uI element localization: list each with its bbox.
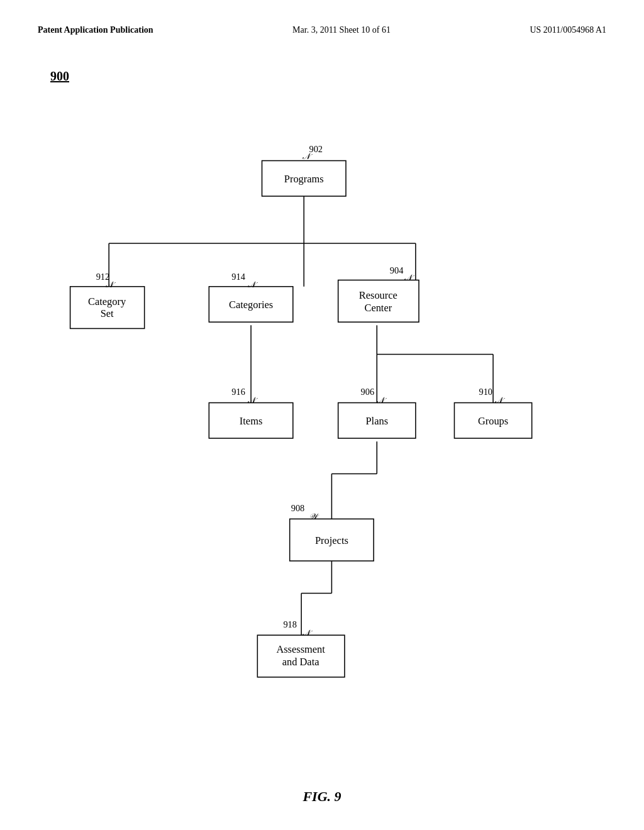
fig-label: FIG. 9 [303,788,341,805]
assessment-label2: and Data [282,656,319,668]
categories-label: Categories [229,299,273,311]
header-center: Mar. 3, 2011 Sheet 10 of 61 [292,25,391,35]
910-label: 910 [479,387,492,397]
items-label: Items [240,415,262,427]
902-label: 902 [309,144,323,154]
908-label: 908 [291,503,305,513]
plans-label: Plans [365,415,388,427]
diagram-svg: Programs 902 𝒩 Category Set 912 𝒩 Catego… [31,75,613,704]
resource-center-label1: Resource [359,289,397,301]
904-label: 904 [390,265,404,275]
header-right: US 2011/0054968 A1 [530,25,606,35]
header-left: Patent Application Publication [38,25,153,35]
page-header: Patent Application Publication Mar. 3, 2… [0,25,644,35]
916-label: 916 [231,387,245,397]
906-label: 906 [361,387,375,397]
assessment-label1: Assessment [276,643,325,655]
groups-label: Groups [478,415,508,427]
914-label: 914 [231,272,245,282]
resource-center-label2: Center [364,302,392,314]
category-set-label2: Set [101,307,114,319]
projects-label: Projects [315,534,348,546]
category-set-label1: Category [88,296,126,307]
programs-label: Programs [284,173,324,185]
918-label: 918 [283,619,297,629]
